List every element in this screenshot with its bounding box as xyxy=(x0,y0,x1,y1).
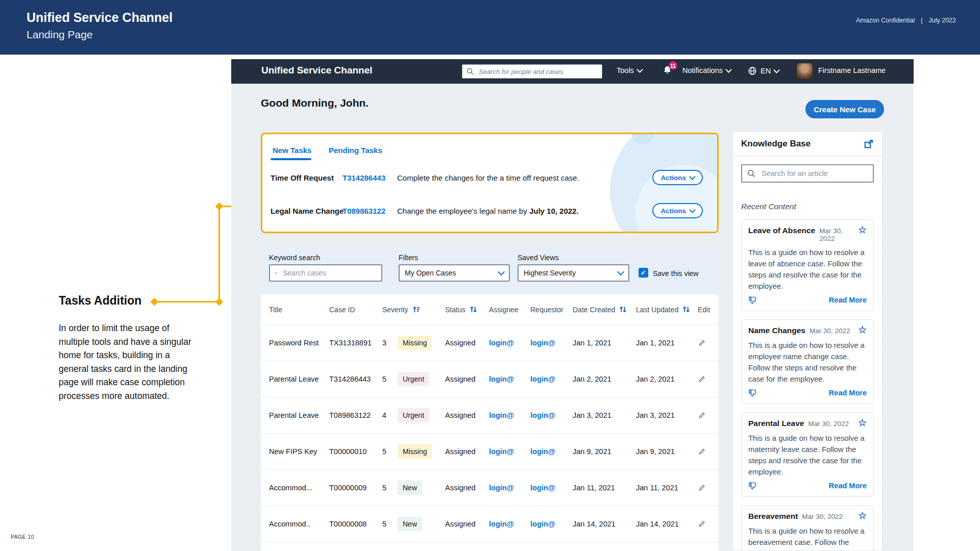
actions-button[interactable]: Actions xyxy=(652,203,703,218)
sort-both-icon[interactable] xyxy=(469,305,478,314)
table-row: Parental Leave T089863122 4 Urgent Assig… xyxy=(261,397,719,434)
edit-pencil-icon[interactable] xyxy=(698,411,719,419)
table-row: New FIPS Key T00000010 5 Missing Assigne… xyxy=(261,434,719,470)
cell-last-updated: Jan 2, 2021 xyxy=(636,375,698,383)
col-assignee[interactable]: Assignee xyxy=(489,306,530,314)
requestor-link[interactable]: login@ xyxy=(530,375,555,383)
notifications-label: Notifications xyxy=(682,66,723,74)
edit-pencil-icon[interactable] xyxy=(698,375,719,383)
edit-pencil-icon[interactable] xyxy=(698,339,719,347)
edit-pencil-icon[interactable] xyxy=(698,520,719,528)
globe-icon xyxy=(748,66,757,76)
sort-both-icon[interactable] xyxy=(619,305,627,314)
search-icon xyxy=(467,68,474,76)
recent-content-label: Recent Content xyxy=(741,202,874,211)
edit-pencil-icon[interactable] xyxy=(698,447,719,456)
external-link-icon[interactable] xyxy=(864,139,874,149)
article-date: Mar 30, 2022 xyxy=(808,420,854,428)
create-new-case-button[interactable]: Create New Case xyxy=(805,100,884,118)
tools-label: Tools xyxy=(617,66,634,74)
status-badge: Missing xyxy=(398,336,432,350)
tab-pending-tasks[interactable]: Pending Tasks xyxy=(329,146,382,155)
cell-status: Assigned xyxy=(445,484,489,492)
language-label: EN xyxy=(761,67,771,75)
table-row: Accommod.. T00000008 5 New Assigned logi… xyxy=(261,506,719,542)
filters-label: Filters xyxy=(399,254,418,262)
article-body: This is a guide on how to resolve a leav… xyxy=(748,247,867,292)
col-severity[interactable]: Severity xyxy=(382,305,445,314)
task-case-link[interactable]: T089863122 xyxy=(342,207,385,215)
actions-label: Actions xyxy=(660,174,686,182)
assignee-link[interactable]: login@ xyxy=(489,339,514,347)
assignee-link[interactable]: login@ xyxy=(489,447,514,456)
cell-case-id: T00000009 xyxy=(329,484,382,492)
table-row: Parental Leave T314286443 5 Urgent Assig… xyxy=(261,361,719,397)
requestor-link[interactable]: login@ xyxy=(530,484,555,492)
cell-date-created: Jan 11, 2021 xyxy=(573,484,636,492)
save-view-checkbox[interactable] xyxy=(639,268,648,278)
col-requestor[interactable]: Requestor xyxy=(530,306,573,314)
language-menu[interactable]: EN xyxy=(748,66,779,76)
read-more-link[interactable]: Read More xyxy=(829,389,867,397)
notifications-menu[interactable]: Notifications xyxy=(682,66,731,74)
col-case-id[interactable]: Case ID xyxy=(329,306,382,314)
tools-menu[interactable]: Tools xyxy=(617,66,642,74)
read-more-link[interactable]: Read More xyxy=(829,482,867,490)
star-icon[interactable]: ☆ xyxy=(858,327,867,334)
annotation-body: In order to limit the usage of multiple … xyxy=(59,321,195,403)
chevron-down-icon xyxy=(636,66,643,73)
col-date-created[interactable]: Date Created xyxy=(573,305,636,314)
cell-date-created: Jan 9, 2021 xyxy=(573,447,636,456)
assignee-link[interactable]: login@ xyxy=(489,375,514,383)
thumbs-down-icon[interactable] xyxy=(748,481,757,490)
thumbs-down-icon[interactable] xyxy=(748,388,757,397)
star-icon[interactable]: ☆ xyxy=(858,512,867,519)
requestor-link[interactable]: login@ xyxy=(530,339,555,347)
keyword-search-input[interactable] xyxy=(282,268,376,278)
tab-new-tasks[interactable]: New Tasks xyxy=(273,146,311,155)
read-more-link[interactable]: Read More xyxy=(829,296,867,304)
requestor-link[interactable]: login@ xyxy=(530,520,555,528)
cell-case-id: T089863122 xyxy=(329,411,382,419)
col-status[interactable]: Status xyxy=(445,305,489,314)
cell-last-updated: Jan 3, 2021 xyxy=(636,411,698,419)
app-frame: Unified Service Channel Tools 11 Notific… xyxy=(231,59,914,551)
cell-title: Parental Leave xyxy=(269,411,329,419)
assignee-link[interactable]: login@ xyxy=(489,484,514,492)
global-search-input[interactable] xyxy=(478,67,598,76)
kb-search-box[interactable] xyxy=(741,164,874,183)
kb-search-input[interactable] xyxy=(761,169,868,178)
assignee-link[interactable]: login@ xyxy=(489,520,514,528)
knowledge-base-title: Knowledge Base xyxy=(741,139,811,149)
sort-ascending-icon[interactable] xyxy=(412,305,421,314)
col-last-updated[interactable]: Last Updated xyxy=(636,305,698,314)
global-search-box[interactable] xyxy=(462,64,602,79)
keyword-search-box[interactable] xyxy=(269,264,382,282)
cell-last-updated: Jan 1, 2021 xyxy=(636,339,698,347)
cell-severity: 5 xyxy=(382,520,398,528)
user-avatar[interactable] xyxy=(797,63,813,79)
sort-both-icon[interactable] xyxy=(682,305,691,314)
deck-confidential-block: Amazon Confidential | July 2022 xyxy=(856,17,956,24)
saved-views-select[interactable]: Highest Severity xyxy=(518,264,629,282)
user-name[interactable]: Firstname Lastname xyxy=(818,66,886,74)
star-icon[interactable]: ☆ xyxy=(858,227,867,234)
deck-subtitle: Landing Page xyxy=(27,29,93,41)
kb-article-card: Name Changes Mar 30, 2022 ☆ This is a gu… xyxy=(741,319,874,404)
task-title: Time Off Request xyxy=(271,173,334,182)
article-body: This is a guide on how to resolve a bere… xyxy=(748,525,867,551)
status-badge: Missing xyxy=(398,444,432,459)
actions-button[interactable]: Actions xyxy=(652,170,703,185)
filters-select[interactable]: My Open Cases xyxy=(399,264,510,282)
assignee-link[interactable]: login@ xyxy=(489,411,514,419)
col-title[interactable]: Title xyxy=(269,306,329,314)
star-icon[interactable]: ☆ xyxy=(858,419,867,427)
cell-date-created: Jan 14, 2021 xyxy=(573,520,636,528)
task-case-link[interactable]: T314286443 xyxy=(342,173,385,182)
requestor-link[interactable]: login@ xyxy=(530,447,555,456)
kb-article-card: Parental Leave Mar 30, 2022 ☆ This is a … xyxy=(741,412,874,497)
requestor-link[interactable]: login@ xyxy=(530,411,555,419)
thumbs-down-icon[interactable] xyxy=(748,295,757,305)
cell-severity: 5 xyxy=(382,375,398,383)
edit-pencil-icon[interactable] xyxy=(698,484,719,492)
